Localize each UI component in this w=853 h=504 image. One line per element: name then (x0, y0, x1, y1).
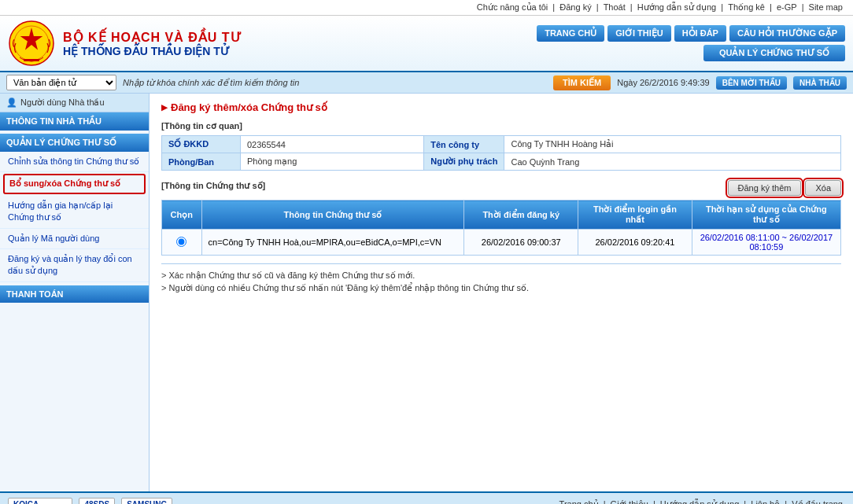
note-2: Người dùng có nhiều Chứng thư số nhấn nú… (161, 283, 841, 293)
cts-section-title: [Thông tin Chứng thư số] (161, 181, 265, 191)
main-menu: TRANG CHỦ GIỚI THIỆU HỎI ĐÁP CÂU HỎI THƯ… (537, 25, 845, 42)
page-title: Đăng ký thêm/xóa Chứng thư số (161, 101, 841, 113)
cell-radio[interactable] (162, 230, 202, 256)
label-soddkkd: SỐ ĐKKD (162, 136, 241, 153)
value-soddkkd: 02365544 (241, 136, 424, 153)
nav-thongke[interactable]: Thống kê (728, 2, 765, 12)
ben-moi-thau-button[interactable]: BÊN MỜI THẦU (716, 76, 787, 90)
footer-link-gioithieu[interactable]: Giới thiệu (611, 499, 648, 504)
footer-link-huongdan[interactable]: Hướng dẫn sử dụng (660, 499, 739, 504)
samsung-logo: SAMSUNG (121, 498, 172, 504)
cts-section-header: [Thông tin Chứng thư số] Đăng ký thêm Xó… (161, 180, 841, 196)
notes-section: Xác nhận Chứng thư số cũ và đăng ký thêm… (161, 263, 841, 293)
cell-thongtin: cn=Công Ty TNHH Hoà,ou=MPIRA,ou=eBidCA,o… (201, 230, 464, 256)
toolbar: Văn bản điện tử Nhập từ khóa chính xác đ… (0, 72, 853, 94)
value-nguoiphutrach: Cao Quỳnh Trang (504, 153, 841, 171)
footer-link-vedautrang[interactable]: Về đầu trang (792, 499, 843, 504)
header: BỘ KẾ HOẠCH VÀ ĐẦU TƯ Hệ Thống Đấu Thầu … (0, 16, 853, 72)
menu-trangchu[interactable]: TRANG CHỦ (537, 25, 604, 42)
col-thoigiandangky: Thời điểm đăng ký (464, 200, 578, 230)
nav-chucnang[interactable]: Chức năng của tôi (477, 2, 548, 12)
sub-menu-qlcts[interactable]: QUẢN LÝ CHỨNG THƯ SỐ (703, 45, 845, 61)
footer-logos: KOICA ●●●●●●● 48SDS SAMSUNG (8, 498, 172, 504)
cell-logingannhat: 26/02/2016 09:20:41 (578, 230, 692, 256)
table-header-row: Chọn Thông tin Chứng thư số Thời điểm đă… (162, 200, 841, 230)
logo-area: BỘ KẾ HOẠCH VÀ ĐẦU TƯ Hệ Thống Đấu Thầu … (8, 20, 242, 67)
label-tencongty: Tên công ty (424, 136, 504, 153)
nav-egp[interactable]: e-GP (777, 2, 797, 12)
col-chon: Chọn (162, 200, 202, 230)
sidebar-link-dangkycon[interactable]: Đăng ký và quản lý thay đổi con dấu sử d… (0, 249, 149, 282)
search-button[interactable]: TÌM KIẾM (553, 75, 611, 90)
cts-radio-input[interactable] (176, 237, 186, 247)
label-nguoiphutrach: Người phụ trách (424, 153, 504, 171)
dang-ky-them-button[interactable]: Đăng ký thêm (728, 180, 802, 196)
footer-link-trangchu[interactable]: Trang chủ (559, 499, 599, 504)
main-content: Đăng ký thêm/xóa Chứng thư số [Thông tin… (150, 94, 853, 491)
cell-thoigiandangky: 26/02/2016 09:00:37 (464, 230, 578, 256)
value-tencongty: Công Ty TNHH Hoàng Hải (504, 136, 841, 153)
current-datetime: Ngày 26/2/2016 9:49:39 (617, 78, 709, 87)
coquan-table: SỐ ĐKKD 02365544 Tên công ty Công Ty TNH… (161, 135, 841, 171)
cell-thoihan: 26/02/2016 08:11:00 ~ 26/02/2017 08:10:5… (692, 230, 840, 256)
nav-sitemap[interactable]: Site map (809, 2, 843, 12)
ministry-name: BỘ KẾ HOẠCH VÀ ĐẦU TƯ (63, 30, 242, 45)
col-thoihan: Thời hạn sử dụng của Chứng thư số (692, 200, 840, 230)
sidebar: 👤 Người dùng Nhà thầu THÔNG TIN NHÀ THẦU… (0, 94, 150, 491)
note-1: Xác nhận Chứng thư số cũ và đăng ký thêm… (161, 270, 841, 281)
koica-logo: KOICA ●●●●●●● (8, 498, 72, 504)
footer-links: Trang chủ | Giới thiệu | Hướng dẫn sử dụ… (557, 499, 845, 504)
cts-action-buttons: Đăng ký thêm Xóa (728, 180, 841, 196)
sidebar-section-thanhtoan: THANH TOÁN (0, 285, 149, 303)
nav-huongdan[interactable]: Hướng dẫn sử dụng (637, 2, 716, 12)
sidebar-link-bosung[interactable]: Bổ sung/xóa Chứng thư số (3, 174, 146, 193)
value-phongban: Phòng mạng (241, 153, 424, 171)
footer-link-lienhe[interactable]: Liên hệ (751, 499, 780, 504)
cts-table-row: cn=Công Ty TNHH Hoà,ou=MPIRA,ou=eBidCA,o… (162, 230, 841, 256)
user-icon: 👤 (6, 97, 17, 108)
header-navigation: TRANG CHỦ GIỚI THIỆU HỎI ĐÁP CÂU HỎI THƯ… (537, 25, 845, 61)
menu-gioithieu[interactable]: GIỚI THIỆU (607, 25, 670, 42)
sds-logo: 48SDS (79, 498, 115, 504)
label-phongban: Phòng/Ban (162, 153, 241, 171)
system-name: Hệ Thống Đấu Thầu Điện Tử (63, 45, 242, 57)
menu-cauhoi[interactable]: CÂU HỎI THƯỜNG GẶP (729, 25, 845, 42)
col-logingannhat: Thời điểm login gần nhất (578, 200, 692, 230)
section-coquan-header: [Thông tin cơ quan] (161, 121, 841, 131)
search-hint-text: Nhập từ khóa chính xác để tìm kiếm thông… (123, 78, 547, 88)
sidebar-user: 👤 Người dùng Nhà thầu (0, 94, 149, 112)
sidebar-section-thongtin: THÔNG TIN NHÀ THẦU (0, 112, 149, 131)
sidebar-section-qlcts: QUẢN LÝ CHỨNG THƯ SỐ (0, 134, 149, 152)
footer: KOICA ●●●●●●● 48SDS SAMSUNG Trang chủ | … (0, 491, 853, 504)
site-title: BỘ KẾ HOẠCH VÀ ĐẦU TƯ Hệ Thống Đấu Thầu … (63, 30, 242, 57)
table-row: SỐ ĐKKD 02365544 Tên công ty Công Ty TNH… (162, 136, 841, 153)
table-row: Phòng/Ban Phòng mạng Người phụ trách Cao… (162, 153, 841, 171)
top-nav: Chức năng của tôi | Đăng ký | Thoát | Hư… (0, 0, 853, 16)
national-emblem (8, 20, 55, 67)
cts-table: Chọn Thông tin Chứng thư số Thời điểm đă… (161, 200, 841, 256)
sidebar-link-huongdan[interactable]: Hướng dẫn gia hạn/cấp lại Chứng thư số (0, 196, 149, 229)
username-label: Người dùng Nhà thầu (20, 97, 105, 108)
doc-type-select[interactable]: Văn bản điện tử (6, 75, 116, 90)
nha-thau-button[interactable]: NHÀ THẦU (793, 76, 847, 90)
col-thongtin: Thông tin Chứng thư số (201, 200, 464, 230)
nav-dangky[interactable]: Đăng ký (559, 2, 591, 12)
main-container: 👤 Người dùng Nhà thầu THÔNG TIN NHÀ THẦU… (0, 94, 853, 491)
sidebar-link-quanlyma[interactable]: Quản lý Mã người dùng (0, 229, 149, 249)
menu-hoidap[interactable]: HỎI ĐÁP (674, 25, 726, 42)
nav-thoat[interactable]: Thoát (604, 2, 626, 12)
sidebar-link-chinhsua[interactable]: Chỉnh sửa thông tin Chứng thư số (0, 152, 149, 172)
xoa-button[interactable]: Xóa (805, 180, 841, 196)
